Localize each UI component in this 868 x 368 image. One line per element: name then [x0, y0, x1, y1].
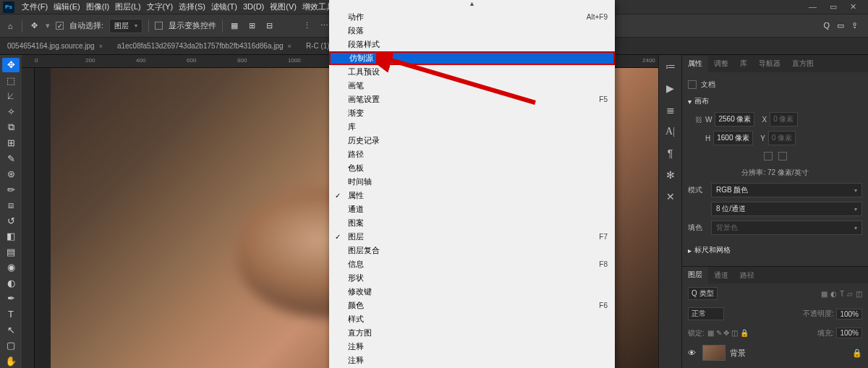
menu-item[interactable]: 画笔设置F5	[329, 93, 615, 106]
document-tab[interactable]: a1ec08fa513d269743da2b1757fbb2fb4316d86a…	[110, 39, 299, 53]
healing-tool[interactable]: ⊛	[2, 167, 20, 181]
menu-item[interactable]: 图层复合	[329, 244, 615, 257]
menu-文字(Y)[interactable]: 文字(Y)	[144, 1, 176, 12]
scroll-up-arrow[interactable]: ▲	[329, 0, 615, 10]
menu-item[interactable]: ✓属性	[329, 189, 615, 202]
panel-tab[interactable]: 图层	[682, 267, 708, 283]
lock-icons[interactable]: ▦ ✎ ✥ ◫ 🔒	[707, 329, 749, 337]
menu-图像(I)[interactable]: 图像(I)	[83, 1, 112, 12]
align-icon-2[interactable]: ⊞	[246, 20, 258, 32]
panel-tab[interactable]: 属性	[682, 56, 708, 72]
panel-tab[interactable]: 导航器	[753, 56, 786, 72]
menu-item[interactable]: ✓图层F7	[329, 230, 615, 244]
menu-item[interactable]: 通道	[329, 202, 615, 216]
close-tab-icon[interactable]: ×	[99, 43, 103, 50]
filter-shape-icon[interactable]: ▱	[847, 290, 853, 298]
panel-tab[interactable]: 调整	[708, 56, 734, 72]
menu-item[interactable]: 样式	[329, 312, 615, 326]
search-icon[interactable]: Q	[823, 21, 830, 30]
restore-button[interactable]: ▭	[827, 2, 840, 12]
filter-pixel-icon[interactable]: ▦	[821, 290, 827, 298]
move-tool[interactable]: ✥	[2, 58, 20, 72]
menu-item[interactable]: 图案	[329, 216, 615, 230]
menu-item[interactable]: 工具预设	[329, 65, 615, 79]
menu-item[interactable]: 形状	[329, 271, 615, 285]
menu-视图(V)[interactable]: 视图(V)	[267, 1, 299, 12]
eyedropper-tool[interactable]: ✎	[2, 151, 20, 166]
visibility-icon[interactable]: 👁	[688, 348, 698, 357]
filter-adjust-icon[interactable]: ◐	[830, 290, 837, 298]
align-icon-3[interactable]: ⊟	[263, 20, 275, 32]
fill-field[interactable]: 100%	[836, 328, 862, 338]
hand-tool[interactable]: ✋	[2, 354, 20, 368]
home-icon[interactable]: ⌂	[4, 20, 16, 32]
filter-type-icon[interactable]: T	[840, 290, 844, 298]
crop-tool[interactable]: ⧉	[2, 120, 20, 134]
filter-smart-icon[interactable]: ◫	[856, 290, 862, 298]
auto-select-target[interactable]: 图层▾	[109, 19, 142, 33]
portrait-icon[interactable]	[764, 152, 773, 161]
menu-item[interactable]: 时间轴	[329, 175, 615, 189]
workspace-icon[interactable]: ▭	[837, 21, 844, 30]
brush-tool[interactable]: ✏	[2, 182, 20, 197]
eraser-tool[interactable]: ◧	[2, 229, 20, 244]
rail-play-icon[interactable]: ▶	[666, 82, 674, 94]
menu-3D(D)[interactable]: 3D(D)	[240, 1, 267, 12]
y-field[interactable]: 0 像素	[768, 131, 796, 145]
landscape-icon[interactable]	[778, 152, 787, 161]
menu-item[interactable]: 路径	[329, 147, 615, 161]
color-mode-select[interactable]: RGB 颜色▾	[711, 183, 862, 197]
layer-kind-select[interactable]: Q 类型	[688, 287, 718, 300]
rail-type-icon[interactable]: A|	[665, 126, 675, 137]
menu-item[interactable]: 历史记录	[329, 134, 615, 147]
panel-tab[interactable]: 库	[734, 56, 753, 72]
show-transform-checkbox[interactable]	[155, 22, 163, 30]
document-tab[interactable]: 0054654164.jpg.source.jpg×	[0, 39, 110, 53]
type-tool[interactable]: T	[2, 307, 20, 322]
menu-item[interactable]: 信息F8	[329, 257, 615, 271]
menu-item[interactable]: 库	[329, 120, 615, 134]
shape-tool[interactable]: ▢	[2, 338, 20, 353]
height-field[interactable]: 1600 像素	[713, 131, 753, 145]
menu-编辑(E)[interactable]: 编辑(E)	[51, 1, 83, 12]
fill-select[interactable]: 背景色▾	[711, 221, 862, 235]
marquee-tool[interactable]: ⬚	[2, 74, 20, 88]
width-field[interactable]: 2560 像素	[715, 112, 754, 127]
close-button[interactable]: ✕	[847, 2, 859, 12]
rail-icon-1[interactable]: ≔	[665, 61, 676, 72]
menu-item[interactable]: 色板	[329, 161, 615, 175]
panel-tab[interactable]: 路径	[734, 268, 760, 283]
history-brush-tool[interactable]: ↺	[2, 213, 20, 228]
pen-tool[interactable]: ✒	[2, 291, 20, 306]
gradient-tool[interactable]: ▤	[2, 245, 20, 260]
blur-tool[interactable]: ◉	[2, 260, 20, 275]
menu-item[interactable]: 直方图	[329, 326, 615, 340]
bit-depth-select[interactable]: 8 位/通道▾	[711, 202, 862, 216]
dodge-tool[interactable]: ◐	[2, 276, 20, 291]
frame-tool[interactable]: ⊞	[2, 136, 20, 150]
blend-mode-select[interactable]: 正常	[688, 307, 724, 320]
ruler-grid-section[interactable]: 标尺和网格	[694, 245, 731, 255]
menu-item[interactable]: 渐变	[329, 106, 615, 120]
panel-tab[interactable]: 直方图	[786, 56, 820, 72]
panel-tab[interactable]: 通道	[708, 268, 734, 283]
menu-item[interactable]: 修改键	[329, 285, 615, 299]
menu-item[interactable]: 动作Alt+F9	[329, 10, 615, 24]
menu-选择(S)[interactable]: 选择(S)	[176, 1, 208, 12]
stamp-tool[interactable]: ⧇	[2, 198, 20, 213]
menu-item[interactable]: 注释	[329, 354, 615, 367]
menu-item[interactable]: 画笔	[329, 79, 615, 93]
menu-item[interactable]: 颜色F6	[329, 299, 615, 312]
path-tool[interactable]: ↖	[2, 322, 20, 337]
menu-文件(F)[interactable]: 文件(F)	[19, 1, 51, 12]
distribute-icon[interactable]: ⋮	[301, 20, 312, 32]
opacity-field[interactable]: 100%	[836, 309, 862, 320]
rail-history-icon[interactable]: ≣	[666, 104, 675, 116]
align-icon[interactable]: ▦	[229, 20, 240, 32]
menu-item[interactable]: 仿制源	[329, 51, 615, 65]
rail-glyph-icon[interactable]: ✻	[666, 169, 675, 181]
distribute-icon-2[interactable]: ⋯	[318, 20, 330, 32]
x-field[interactable]: 0 像素	[770, 112, 797, 127]
link-icon[interactable]: ⛓	[695, 116, 702, 124]
menu-item[interactable]: 段落样式	[329, 38, 615, 51]
